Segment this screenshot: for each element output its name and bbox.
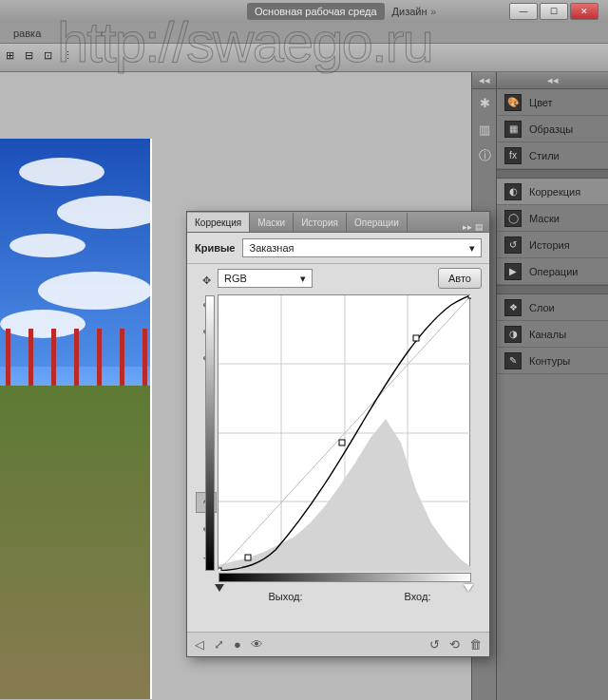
adjustments-icon: ◐ (504, 183, 522, 200)
previous-state-icon[interactable]: ↺ (429, 637, 440, 652)
auto-button[interactable]: Авто (438, 268, 482, 289)
panel-label: Образцы (529, 123, 573, 135)
swatches-icon: ▦ (504, 121, 522, 138)
panel-label: Маски (529, 213, 560, 224)
svg-rect-7 (218, 568, 221, 571)
info-icon[interactable]: ⓘ (472, 142, 497, 169)
close-button[interactable]: ✕ (570, 3, 598, 20)
masks-icon: ◯ (504, 210, 522, 227)
panel-item-paths[interactable]: ✎Контуры (497, 348, 608, 374)
adjustment-type-label: Кривые (195, 242, 235, 254)
tab-actions[interactable]: Операции (347, 213, 408, 232)
options-bar: ⊞ ⊟ ⊡ ⋮ (0, 44, 608, 72)
delete-icon[interactable]: 🗑 (469, 637, 482, 652)
reset-icon[interactable]: ⟲ (449, 637, 460, 652)
adjustments-panel: Коррекция Маски История Операции ▸▸ ▤ Кр… (186, 211, 490, 657)
panel-item-adjustments[interactable]: ◐Коррекция (497, 179, 608, 205)
tab-adjustments[interactable]: Коррекция (187, 213, 250, 232)
black-point-slider[interactable] (215, 584, 224, 592)
output-label: Выход: (269, 591, 303, 602)
maximize-button[interactable]: ☐ (540, 3, 568, 20)
history-icon: ↺ (504, 236, 522, 254)
input-label: Вход: (405, 591, 431, 602)
panel-label: Коррекция (529, 186, 580, 198)
preset-value: Заказная (249, 242, 294, 254)
design-link[interactable]: Дизайн (392, 6, 428, 17)
align-icon[interactable]: ⊡ (44, 49, 57, 63)
expand-icon[interactable]: ⤢ (214, 637, 224, 652)
svg-rect-9 (339, 440, 345, 445)
panel-item-color[interactable]: 🎨Цвет (497, 89, 608, 116)
align-icon[interactable]: ⊟ (25, 49, 38, 63)
menu-bar: равка (0, 23, 608, 44)
actions-icon: ▶ (504, 263, 522, 280)
white-point-slider[interactable] (464, 584, 473, 592)
chevron-down-icon: ▾ (469, 242, 475, 255)
palette-icon: 🎨 (504, 94, 522, 111)
panel-label: Каналы (529, 329, 566, 340)
channels-icon: ◑ (504, 326, 522, 343)
panel-item-masks[interactable]: ◯Маски (497, 205, 608, 232)
preset-select[interactable]: Заказная ▾ (242, 238, 482, 257)
align-icon[interactable]: ⊞ (6, 49, 19, 63)
panel-footer: ◁ ⤢ ● 👁 ↺ ⟲ 🗑 (187, 632, 489, 656)
right-panel: ◂◂ 🎨Цвет ▦Образцы fxСтили ◐Коррекция ◯Ма… (496, 72, 608, 700)
navigator-icon[interactable]: ✱ (472, 89, 497, 116)
svg-rect-11 (468, 295, 471, 298)
panel-item-actions[interactable]: ▶Операции (497, 258, 608, 285)
document-image[interactable] (0, 139, 152, 699)
panel-label: История (529, 239, 570, 251)
panel-menu-icon[interactable]: ▸▸ ▤ (457, 222, 489, 232)
layers-icon: ❖ (504, 299, 522, 316)
menu-item-edit[interactable]: равка (6, 26, 48, 41)
panel-label: Операции (529, 266, 578, 277)
visibility-icon[interactable]: 👁 (251, 637, 263, 652)
panel-item-channels[interactable]: ◑Каналы (497, 321, 608, 348)
workspace-switcher[interactable]: Основная рабочая среда (247, 3, 385, 20)
collapse-arrows-icon[interactable]: ◂◂ (472, 72, 496, 89)
output-gradient (205, 295, 215, 571)
svg-rect-10 (413, 335, 419, 341)
input-gradient (218, 573, 471, 582)
workspace-arrows-icon[interactable]: » (431, 7, 437, 17)
panel-item-styles[interactable]: fxСтили (497, 142, 608, 169)
collapse-arrows-icon[interactable]: ◂◂ (497, 72, 608, 89)
panel-label: Контуры (529, 355, 570, 367)
panel-label: Цвет (529, 97, 553, 108)
minimize-button[interactable]: — (509, 3, 538, 20)
title-bar: Основная рабочая среда Дизайн » — ☐ ✕ (0, 0, 608, 23)
clip-icon[interactable]: ● (234, 637, 241, 652)
distribute-icon[interactable]: ⋮ (63, 49, 76, 63)
tab-masks[interactable]: Маски (250, 213, 294, 232)
back-icon[interactable]: ◁ (195, 637, 204, 652)
panel-item-history[interactable]: ↺История (497, 232, 608, 258)
svg-rect-8 (245, 555, 251, 560)
styles-icon: fx (504, 147, 522, 164)
panel-label: Стили (529, 150, 560, 161)
tab-history[interactable]: История (294, 213, 347, 232)
histogram-icon[interactable]: ▥ (472, 116, 497, 142)
panel-tabs: Коррекция Маски История Операции ▸▸ ▤ (187, 212, 489, 233)
channel-select[interactable]: RGB ▾ (218, 269, 313, 288)
channel-value: RGB (224, 273, 247, 284)
curves-graph[interactable] (218, 294, 470, 570)
targeted-adjust-icon[interactable]: ✥ (197, 272, 216, 289)
panel-item-layers[interactable]: ❖Слои (497, 294, 608, 321)
paths-icon: ✎ (504, 352, 522, 369)
panel-item-swatches[interactable]: ▦Образцы (497, 116, 608, 142)
chevron-down-icon: ▾ (300, 273, 306, 285)
panel-label: Слои (529, 302, 555, 313)
